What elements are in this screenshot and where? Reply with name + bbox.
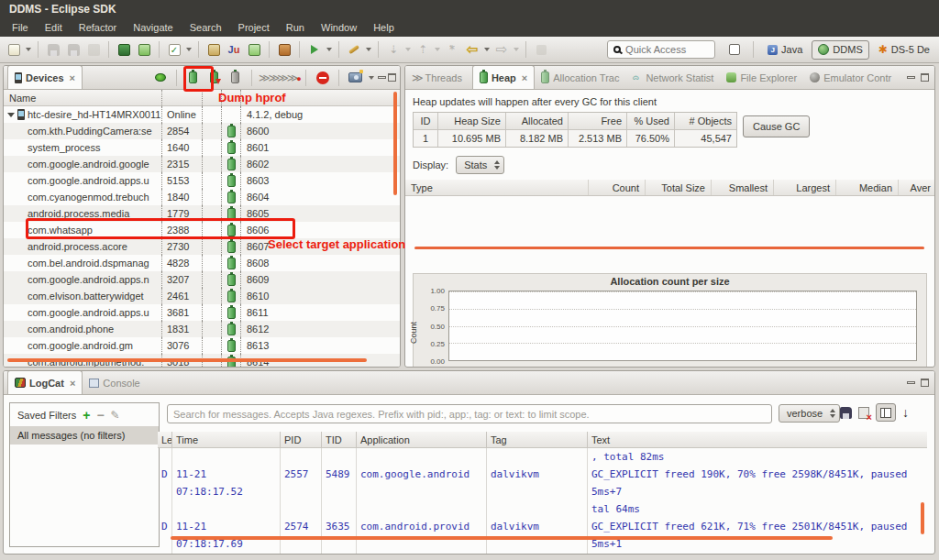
sdk-manager-icon[interactable] — [115, 40, 133, 59]
tab-emulator-control[interactable]: Emulator Contr — [803, 66, 898, 89]
column-time[interactable]: Time — [171, 432, 280, 447]
menu-item[interactable]: Project — [230, 18, 278, 37]
column-pid[interactable]: PID — [280, 432, 321, 447]
summary-header-cell[interactable]: Free — [568, 113, 626, 129]
summary-header-cell[interactable]: Allocated — [505, 113, 568, 129]
menu-item[interactable]: Navigate — [125, 18, 181, 37]
minimize-icon[interactable] — [907, 381, 915, 384]
close-icon[interactable]: × — [522, 72, 527, 83]
tab-file-explorer[interactable]: File Explorer — [720, 66, 803, 89]
summary-header-cell[interactable]: Heap Size — [437, 113, 505, 129]
pin-editor-icon[interactable] — [532, 40, 550, 59]
tab-allocation-tracker[interactable]: Allocation Trac — [535, 66, 625, 89]
previous-annotation-icon[interactable]: ⇡ — [414, 40, 432, 59]
dump-hprof-icon[interactable] — [204, 69, 224, 87]
menu-item[interactable]: Edit — [37, 18, 71, 37]
save-all-icon[interactable] — [64, 40, 83, 59]
back-menu-icon[interactable] — [484, 48, 490, 51]
scroll-lock-icon[interactable]: ↓ — [902, 406, 909, 419]
process-row[interactable]: com.google.android.apps.u 3681 8611 — [4, 304, 400, 321]
maximize-icon[interactable] — [921, 379, 929, 387]
process-row[interactable]: com.elvison.batterywidget 2461 8610 — [4, 288, 400, 304]
tab-network-statistics[interactable]: ᯅNetwork Statist — [625, 66, 720, 89]
stop-process-icon[interactable] — [313, 69, 332, 87]
process-row[interactable]: com.google.android.apps.u 5153 8603 — [4, 172, 400, 189]
save-icon[interactable] — [44, 40, 62, 59]
device-row[interactable]: htc-desire_hd-HT14MRX0011 Online 4.1.2, … — [4, 106, 400, 123]
expander-icon[interactable] — [7, 113, 15, 117]
log-level-select[interactable]: verbose — [779, 404, 840, 423]
view-menu-icon[interactable] — [369, 76, 374, 80]
stats-header-cell[interactable]: Type — [405, 180, 588, 195]
heap-summary-row[interactable]: 110.695 MB8.182 MB2.513 MB76.50%45,547 — [414, 130, 736, 147]
forward-icon[interactable]: ⇨ — [492, 40, 511, 59]
open-perspective-icon[interactable] — [725, 40, 744, 59]
log-row[interactable]: , total 82ms — [158, 448, 927, 466]
process-row[interactable]: com.bel.android.dspmanag 4828 8608 — [4, 255, 400, 271]
forward-menu-icon[interactable] — [514, 48, 519, 51]
column-text[interactable]: Text — [587, 432, 927, 447]
menu-item[interactable]: Help — [365, 18, 403, 37]
ddms-perspective-button[interactable]: DDMS — [812, 40, 868, 60]
process-row[interactable]: com.google.android.apps.n 3207 8609 — [4, 271, 400, 288]
menu-item[interactable]: Refactor — [71, 18, 126, 37]
back-icon[interactable]: ⇦ — [463, 40, 481, 59]
tab-heap[interactable]: Heap× — [472, 65, 535, 89]
log-row[interactable]: D 11-21 07:18:17.52 2557 5489 com.google… — [158, 466, 927, 518]
column-level[interactable]: Le — [158, 432, 171, 447]
logcat-vertical-scrollbar[interactable] — [921, 502, 924, 534]
tab-threads[interactable]: ≫Threads — [405, 66, 469, 89]
process-row[interactable]: com.cyanogenmod.trebuch 1840 8604 — [4, 189, 400, 205]
devices-vertical-scrollbar[interactable] — [393, 92, 397, 195]
minimize-icon[interactable] — [378, 76, 386, 79]
next-annotation-menu-icon[interactable] — [405, 48, 411, 51]
display-mode-select[interactable]: Stats — [456, 156, 504, 174]
devices-horizontal-scrollbar[interactable] — [7, 358, 367, 362]
new-java-project-icon[interactable] — [204, 40, 223, 59]
close-icon[interactable]: × — [70, 72, 75, 83]
summary-header-cell[interactable]: # Objects — [674, 113, 736, 129]
previous-annotation-menu-icon[interactable] — [435, 48, 440, 51]
cause-gc-icon[interactable] — [226, 69, 245, 87]
print-icon[interactable] — [84, 40, 103, 59]
ds5-perspective-button[interactable]: ✱ DS-5 De — [873, 40, 935, 60]
summary-header-cell[interactable]: % Used — [626, 113, 674, 129]
update-threads-icon[interactable]: ≫≫ — [259, 69, 278, 87]
method-profiling-icon[interactable]: ≫≫● — [280, 69, 299, 87]
run-check-menu-icon[interactable] — [186, 48, 192, 51]
cause-gc-button[interactable]: Cause GC — [743, 115, 810, 137]
stats-header-cell[interactable]: Median — [835, 180, 898, 195]
quick-access[interactable] — [607, 40, 715, 59]
column-tid[interactable]: TID — [321, 432, 356, 447]
menu-item[interactable]: Run — [278, 18, 313, 37]
summary-header-cell[interactable]: ID — [414, 113, 437, 129]
logcat-search-input[interactable] — [167, 404, 772, 423]
filter-list-item[interactable]: All messages (no filters) — [10, 426, 159, 445]
run-menu-icon[interactable] — [326, 48, 332, 51]
stats-header-cell[interactable]: Aver — [898, 180, 935, 195]
new-wizard-menu-icon[interactable] — [26, 48, 31, 51]
edit-filter-icon[interactable]: ✎ — [111, 409, 120, 422]
menu-item[interactable]: Window — [313, 18, 365, 37]
clear-log-icon[interactable] — [858, 407, 869, 419]
process-row[interactable]: com.kth.PuddingCamera:se 2854 8600 — [4, 123, 400, 139]
new-wizard-icon[interactable] — [5, 40, 23, 59]
run-check-icon[interactable]: ✓ — [165, 40, 183, 59]
process-row[interactable]: com.whatsapp 2388 8606 — [4, 222, 400, 238]
update-heap-icon[interactable] — [183, 69, 203, 87]
menu-item[interactable]: Search — [182, 18, 230, 37]
external-tools-menu-icon[interactable] — [366, 48, 371, 51]
rss-icon[interactable] — [275, 40, 293, 59]
minimize-icon[interactable] — [907, 76, 915, 79]
add-filter-icon[interactable]: + — [83, 411, 90, 420]
next-annotation-icon[interactable]: ⇣ — [384, 40, 403, 59]
external-tools-icon[interactable] — [345, 40, 363, 59]
run-icon[interactable] — [305, 40, 324, 59]
stats-header-cell[interactable]: Smallest — [711, 180, 773, 195]
process-row[interactable]: com.google.android.gm 3076 8613 — [4, 337, 400, 354]
display-saved-filters-icon[interactable] — [876, 403, 896, 422]
stats-header-cell[interactable]: Total Size — [645, 180, 711, 195]
debug-icon[interactable] — [150, 69, 170, 87]
tab-devices[interactable]: Devices × — [7, 65, 83, 89]
close-icon[interactable]: × — [70, 378, 75, 389]
